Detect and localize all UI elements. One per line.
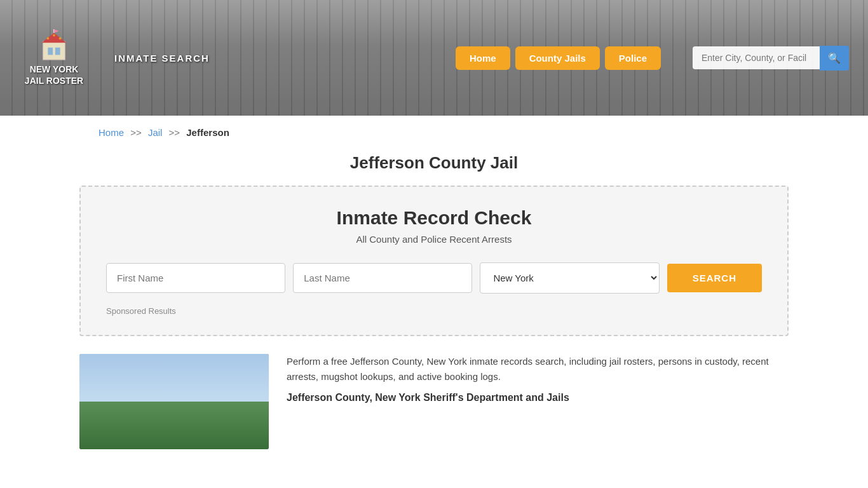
record-check-section: Inmate Record Check All County and Polic… [79, 186, 789, 336]
header-search-button[interactable]: 🔍 [820, 46, 849, 71]
record-check-title: Inmate Record Check [106, 207, 762, 229]
nav-police-button[interactable]: Police [605, 46, 661, 70]
inmate-search-form: New YorkAlabamaAlaskaArizonaArkansasCali… [106, 262, 762, 294]
nav-county-jails-button[interactable]: County Jails [515, 46, 600, 70]
breadcrumb-sep-2: >> [169, 127, 180, 138]
first-name-input[interactable] [106, 263, 285, 293]
record-check-subtitle: All County and Police Recent Arrests [106, 234, 762, 245]
svg-marker-5 [54, 29, 59, 33]
nav-home-button[interactable]: Home [456, 46, 510, 70]
logo-icon [35, 29, 73, 61]
bottom-description: Perform a free Jefferson County, New Yor… [287, 354, 789, 384]
last-name-input[interactable] [293, 263, 472, 293]
svg-point-6 [46, 37, 49, 39]
page-title: Jefferson County Jail [0, 153, 868, 173]
breadcrumb-home-link[interactable]: Home [98, 127, 124, 138]
state-select[interactable]: New YorkAlabamaAlaskaArizonaArkansasCali… [480, 262, 659, 294]
logo-text: NEW YORK JAIL ROSTER [25, 64, 83, 86]
bottom-text-area: Perform a free Jefferson County, New Yor… [287, 354, 789, 449]
inmate-search-button[interactable]: SEARCH [667, 264, 762, 292]
main-nav: Home County Jails Police [456, 46, 661, 70]
svg-rect-0 [43, 41, 65, 60]
bottom-subheading: Jefferson County, New York Sheriff's Dep… [287, 392, 789, 403]
breadcrumb: Home >> Jail >> Jefferson [0, 116, 868, 144]
svg-rect-1 [48, 48, 53, 55]
svg-rect-2 [55, 48, 60, 55]
breadcrumb-jail-link[interactable]: Jail [148, 127, 163, 138]
inmate-search-label: INMATE SEARCH [114, 53, 210, 64]
location-image [79, 354, 269, 449]
svg-point-7 [53, 34, 55, 37]
sponsored-label: Sponsored Results [106, 306, 762, 316]
header-search-input[interactable] [693, 46, 820, 69]
site-header: NEW YORK JAIL ROSTER INMATE SEARCH Home … [0, 0, 868, 116]
breadcrumb-sep-1: >> [130, 127, 142, 138]
bottom-section: Perform a free Jefferson County, New Yor… [79, 354, 789, 449]
svg-point-8 [59, 37, 62, 39]
header-search-area: 🔍 [693, 46, 849, 71]
logo-area: NEW YORK JAIL ROSTER [19, 29, 89, 86]
breadcrumb-current: Jefferson [186, 127, 229, 138]
